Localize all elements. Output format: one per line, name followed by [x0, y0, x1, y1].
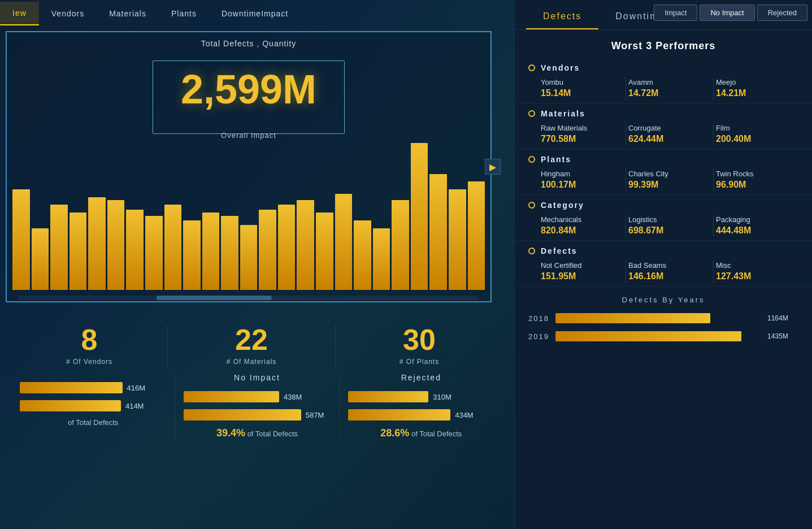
impact-bar-0-0	[20, 382, 123, 393]
section-label-3: Category	[541, 201, 584, 210]
chart-bar-21	[411, 143, 428, 290]
no-impact-button[interactable]: No Impact	[700, 5, 754, 21]
performer-item-2-1: Charles City99.39M	[628, 168, 711, 191]
impact-bar-value-0-1: 414M	[125, 402, 144, 410]
chart-bar-15	[297, 200, 314, 290]
chart-scrollbar-thumb[interactable]	[157, 296, 272, 300]
performer-name-0-2: Meejo	[716, 78, 798, 86]
years-bars: 20181164M20191435M	[528, 313, 798, 341]
total-defects-number: 2,599M	[181, 66, 316, 112]
top-filter-bar: Impact No Impact Rejected	[654, 0, 812, 21]
performer-item-1-0: Raw Materials770.58M	[541, 123, 623, 145]
years-section: Defects By Years 20181164M20191435M	[515, 287, 812, 358]
year-row-1: 20191435M	[528, 331, 798, 341]
chart-bar-0	[12, 189, 30, 290]
worst-title: Worst 3 Performers	[515, 30, 812, 58]
performer-name-4-1: Bad Seams	[628, 261, 711, 270]
section-dot-0	[528, 64, 535, 71]
chart-scrollbar[interactable]	[18, 296, 479, 300]
nav-bar: iew Vendors Materials Plants DowntimeImp…	[0, 0, 301, 27]
impact-pct-num-2: 28.6%	[380, 427, 409, 439]
performer-item-3-2: Packaging444.48M	[716, 214, 798, 237]
chart-bar-6	[126, 210, 144, 290]
performer-section-vendors: VendorsYombu15.14MAvamm14.72MMeejo14.21M	[515, 58, 812, 103]
performer-value-0-2: 14.21M	[716, 88, 798, 98]
chart-title: Total Defects , Quantity	[201, 39, 297, 48]
performer-divider-4-1	[626, 260, 626, 283]
nav-downtime[interactable]: DowntimeImpact	[209, 2, 301, 25]
performer-item-1-2: Film200.40M	[716, 123, 798, 145]
nav-vendors[interactable]: Vendors	[39, 2, 97, 25]
chart-bar-5	[107, 200, 125, 290]
impact-bar-value-1-1: 587M	[306, 411, 324, 419]
chart-bar-9	[183, 220, 201, 290]
performer-name-2-2: Twin Rocks	[716, 170, 798, 178]
performer-divider-1-2	[713, 123, 714, 145]
chart-bar-12	[240, 225, 258, 290]
chart-bar-16	[316, 213, 333, 290]
vendor-count: 8	[17, 325, 162, 354]
right-panel: Defects Downtime Worst 3 Performers Vend…	[514, 0, 812, 529]
performer-row-1: Raw Materials770.58MCorrugate624.44MFilm…	[528, 123, 798, 145]
performer-item-0-1: Avamm14.72M	[628, 77, 711, 99]
chart-bar-23	[449, 189, 466, 290]
chart-bar-11	[221, 216, 238, 290]
stat-plants: 30 # Of Plants	[336, 325, 503, 366]
chart-bar-7	[145, 216, 163, 290]
year-label-0: 2018	[528, 314, 550, 323]
chart-bar-3	[70, 213, 87, 290]
performer-value-4-0: 151.95M	[541, 271, 623, 281]
impact-pct-1: 39.4% of Total Defects	[184, 427, 330, 439]
impact-bar-1-0	[184, 391, 279, 402]
nav-plants[interactable]: Plants	[159, 2, 209, 25]
chart-bar-20	[392, 200, 409, 290]
performer-value-2-0: 100.17M	[541, 180, 623, 190]
performer-value-2-2: 96.90M	[716, 180, 798, 190]
rejected-button[interactable]: Rejected	[757, 5, 807, 21]
impact-bar-row-2-1: 434M	[348, 409, 494, 420]
impact-bar-2-1	[348, 409, 451, 420]
performer-divider-2-1	[626, 168, 626, 191]
chart-bar-2	[50, 205, 68, 290]
tab-defects[interactable]: Defects	[526, 5, 598, 29]
performer-item-4-1: Bad Seams146.16M	[628, 260, 711, 283]
performer-item-0-0: Yombu15.14M	[541, 77, 623, 99]
nav-materials[interactable]: Materials	[97, 2, 159, 25]
chart-next-arrow[interactable]: ▶	[485, 159, 501, 175]
performer-name-1-0: Raw Materials	[541, 124, 623, 132]
performer-item-3-1: Logistics698.67M	[628, 214, 711, 237]
section-label-1: Materials	[541, 109, 585, 118]
performer-name-3-0: Mechanicals	[541, 215, 623, 224]
section-dot-4	[528, 248, 535, 254]
performer-value-0-0: 15.14M	[541, 88, 623, 98]
nav-overview[interactable]: iew	[0, 2, 39, 25]
year-label-1: 2019	[528, 332, 550, 341]
impact-button[interactable]: Impact	[654, 5, 697, 21]
chart-bar-24	[468, 181, 485, 290]
performer-item-4-2: Misc127.43M	[716, 260, 798, 283]
impact-pct-label-0: of Total Defects	[68, 418, 118, 427]
impact-bar-row-1-0: 438M	[184, 391, 330, 402]
impact-col-rejected: Rejected 310M 434M 28.6% of Total Defect…	[340, 373, 503, 439]
performer-value-4-1: 146.16M	[628, 271, 711, 281]
year-bar-container-0	[555, 313, 762, 323]
performer-value-1-0: 770.58M	[541, 134, 623, 144]
performer-name-3-2: Packaging	[716, 215, 798, 224]
performer-name-0-0: Yombu	[541, 78, 623, 86]
performer-sections: VendorsYombu15.14MAvamm14.72MMeejo14.21M…	[515, 58, 812, 287]
performer-divider-1-1	[626, 123, 626, 145]
performer-name-4-0: Not Certified	[541, 261, 623, 270]
performer-divider-4-2	[713, 260, 714, 283]
performer-item-2-2: Twin Rocks96.90M	[716, 168, 798, 191]
performer-value-1-2: 200.40M	[716, 134, 798, 144]
impact-bar-row-1-1: 587M	[184, 409, 330, 420]
chart-bar-17	[335, 194, 353, 290]
materials-count: 22	[179, 325, 324, 354]
performer-value-4-2: 127.43M	[716, 271, 798, 281]
performer-name-2-0: Hingham	[541, 170, 623, 178]
chart-bar-8	[164, 205, 182, 290]
section-label-0: Vendors	[541, 63, 580, 72]
impact-bar-0-1	[20, 400, 121, 411]
impact-col-title-1: No Impact	[184, 373, 330, 382]
performer-value-2-1: 99.39M	[628, 180, 711, 190]
